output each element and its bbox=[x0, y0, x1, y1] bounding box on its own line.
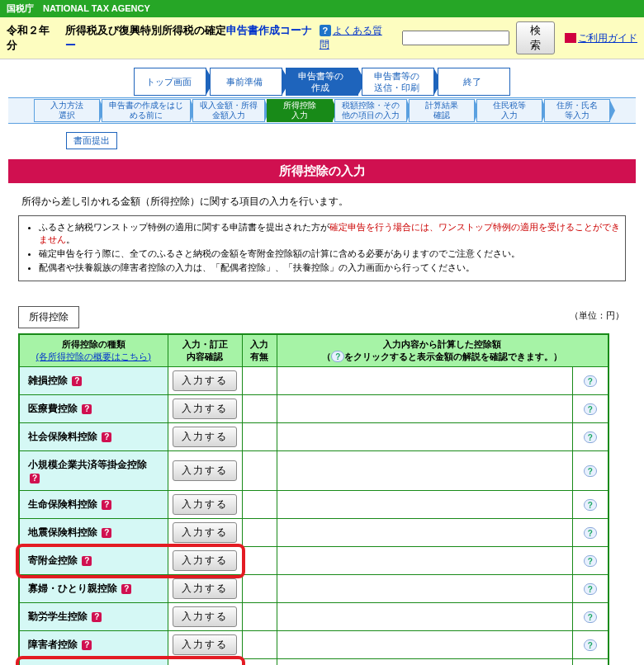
subflow-step-7[interactable]: 住所・氏名 等入力 bbox=[544, 99, 610, 122]
sub-flow: 入力方法 選択申告書の作成をはじ める前に収入金額・所得 金額入力所得控除 入力… bbox=[8, 97, 636, 124]
flow-step-2[interactable]: 申告書等の 作成 bbox=[286, 68, 358, 96]
table-row: 障害者控除 ?入力する? bbox=[19, 631, 608, 659]
help-icon[interactable]: ? bbox=[584, 611, 597, 623]
input-button[interactable]: 入力する bbox=[173, 522, 237, 543]
input-button[interactable]: 入力する bbox=[173, 606, 237, 627]
subflow-step-4[interactable]: 税額控除・その 他の項目の入力 bbox=[334, 99, 407, 122]
question-icon[interactable]: ? bbox=[102, 500, 111, 510]
help-icon[interactable]: ? bbox=[584, 555, 597, 567]
question-icon[interactable]: ? bbox=[82, 640, 92, 650]
currency-unit: （単位：円） bbox=[570, 309, 624, 322]
value-cell bbox=[277, 451, 572, 491]
flag-cell bbox=[242, 367, 277, 395]
deduction-name: 障害者控除 ? bbox=[19, 631, 168, 659]
help-cell: ? bbox=[572, 491, 608, 519]
table-row: 寄附金控除 ?入力する? bbox=[19, 547, 608, 575]
help-cell: ? bbox=[572, 603, 608, 631]
deduction-name: 医療費控除 ? bbox=[19, 395, 168, 423]
input-button[interactable]: 入力する bbox=[173, 370, 237, 391]
help-icon[interactable]: ? bbox=[584, 639, 597, 651]
table-row: 勤労学生控除 ?入力する? bbox=[19, 603, 608, 631]
subflow-step-6[interactable]: 住民税等 入力 bbox=[476, 99, 542, 122]
question-icon[interactable]: ? bbox=[82, 556, 92, 566]
col-flag: 入力 有無 bbox=[242, 334, 277, 367]
help-icon[interactable]: ? bbox=[584, 499, 597, 511]
col-input: 入力・訂正 内容確認 bbox=[168, 334, 242, 367]
col-amount-label: 入力内容から計算した控除額 bbox=[281, 338, 605, 351]
input-cell: 入力する bbox=[168, 367, 242, 395]
search-button[interactable]: 検 索 bbox=[516, 21, 555, 54]
table-row: 寡婦・ひとり親控除 ?入力する? bbox=[19, 575, 608, 603]
help-cell: ? bbox=[572, 575, 608, 603]
flow-step-0[interactable]: トップ画面 bbox=[134, 68, 206, 96]
help-cell: ? bbox=[572, 451, 608, 491]
agency-bar: 国税庁 NATIONAL TAX AGENCY bbox=[0, 0, 644, 17]
guide-text: ご利用ガイド bbox=[578, 32, 637, 44]
flag-cell bbox=[242, 659, 277, 666]
value-cell bbox=[277, 367, 572, 395]
search-input[interactable] bbox=[402, 31, 509, 45]
input-button[interactable]: 入力する bbox=[173, 399, 237, 419]
question-icon: ? bbox=[320, 25, 331, 36]
flag-cell bbox=[242, 547, 277, 575]
flow-step-1[interactable]: 事前準備 bbox=[210, 68, 282, 96]
input-button[interactable]: 入力する bbox=[173, 578, 237, 599]
question-icon[interactable]: ? bbox=[92, 612, 102, 622]
note-item: 配偶者や扶養親族の障害者控除の入力は、「配偶者控除」、「扶養控除」の入力画面から… bbox=[39, 262, 620, 274]
type-overview-link[interactable]: (各所得控除の概要はこちら) bbox=[36, 351, 151, 361]
input-cell: 入力する bbox=[168, 631, 242, 659]
subflow-step-2[interactable]: 収入金額・所得 金額入力 bbox=[192, 99, 265, 122]
subflow-step-5[interactable]: 計算結果 確認 bbox=[409, 99, 475, 122]
question-icon[interactable]: ? bbox=[30, 474, 40, 483]
value-cell bbox=[277, 603, 572, 631]
help-icon[interactable]: ? bbox=[584, 583, 597, 595]
section-header: 所得控除の入力 bbox=[8, 159, 636, 183]
value-cell bbox=[277, 575, 572, 603]
input-cell: 入力する bbox=[168, 451, 242, 491]
question-icon[interactable]: ? bbox=[72, 376, 82, 386]
flag-cell bbox=[242, 519, 277, 547]
col-amount-sub: （?をクリックすると表示金額の解説を確認できます。） bbox=[281, 351, 605, 363]
flow-step-3[interactable]: 申告書等の 送信・印刷 bbox=[362, 68, 434, 96]
question-icon[interactable]: ? bbox=[82, 404, 92, 414]
input-button[interactable]: 入力する bbox=[173, 634, 237, 655]
deduction-name: 雑損控除 ? bbox=[19, 367, 168, 395]
help-icon[interactable]: ? bbox=[584, 432, 597, 443]
input-button[interactable]: 入力する bbox=[173, 460, 237, 481]
flow-step-4[interactable]: 終了 bbox=[438, 68, 510, 96]
help-icon[interactable]: ? bbox=[584, 465, 597, 477]
deduction-name: 勤労学生控除 ? bbox=[19, 603, 168, 631]
input-button[interactable]: 入力する bbox=[173, 494, 237, 515]
input-button[interactable]: 入力する bbox=[173, 427, 237, 447]
faq-link[interactable]: ?よくある質問 bbox=[320, 24, 390, 52]
subflow-step-3[interactable]: 所得控除 入力 bbox=[267, 99, 333, 122]
deduction-name: 生命保険料控除 ? bbox=[19, 491, 168, 519]
deduction-name: 社会保険料控除 ? bbox=[19, 423, 168, 451]
table-row: 生命保険料控除 ?入力する? bbox=[19, 491, 608, 519]
description: 所得から差し引かれる金額（所得控除）に関する項目の入力を行います。 bbox=[8, 191, 636, 215]
question-icon[interactable]: ? bbox=[121, 584, 131, 594]
subflow-step-0[interactable]: 入力方法 選択 bbox=[34, 99, 100, 122]
input-cell: 入力する bbox=[168, 575, 242, 603]
usage-guide-link[interactable]: ご利用ガイド bbox=[565, 31, 637, 45]
help-icon[interactable]: ? bbox=[584, 375, 597, 387]
flag-cell bbox=[242, 575, 277, 603]
help-cell: ? bbox=[572, 631, 608, 659]
value-cell bbox=[277, 395, 572, 423]
value-cell bbox=[277, 423, 572, 451]
question-icon[interactable]: ? bbox=[102, 528, 111, 538]
question-icon[interactable]: ? bbox=[102, 432, 111, 442]
input-cell: 入力する bbox=[168, 547, 242, 575]
help-cell: ? bbox=[572, 395, 608, 423]
subflow-step-1[interactable]: 申告書の作成をはじ める前に bbox=[102, 99, 191, 122]
note-item: ふるさと納税ワンストップ特例の適用に関する申請書を提出された方が確定申告を行う場… bbox=[39, 221, 620, 246]
help-icon[interactable]: ? bbox=[584, 403, 597, 415]
flag-cell bbox=[242, 451, 277, 491]
table-row: 配偶者控除 ?入力する? bbox=[19, 659, 608, 666]
input-button[interactable]: 入力する bbox=[173, 550, 237, 571]
input-cell: 入力する bbox=[168, 491, 242, 519]
book-icon bbox=[565, 33, 576, 43]
value-cell bbox=[277, 659, 572, 666]
deduction-name: 地震保険料控除 ? bbox=[19, 519, 168, 547]
help-icon[interactable]: ? bbox=[584, 527, 597, 539]
